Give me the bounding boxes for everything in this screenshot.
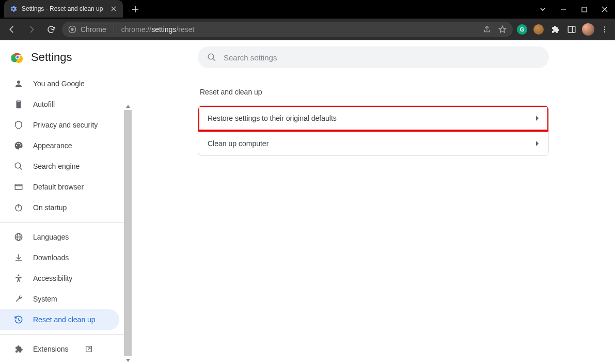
- kebab-menu-icon[interactable]: [597, 22, 612, 37]
- sidebar-item-privacy[interactable]: Privacy and security: [0, 115, 132, 135]
- extensions-puzzle-icon[interactable]: [548, 22, 562, 37]
- search-icon: [207, 53, 216, 62]
- chrome-logo-icon: [11, 51, 24, 64]
- sidebar-item-you-and-google[interactable]: You and Google: [0, 73, 132, 94]
- shield-icon: [13, 120, 24, 130]
- settings-search[interactable]: [198, 46, 549, 68]
- back-button[interactable]: [3, 21, 21, 38]
- sidebar-item-label: Languages: [33, 233, 69, 241]
- svg-point-19: [17, 81, 20, 84]
- cleanup-computer-row[interactable]: Clean up computer: [198, 131, 548, 155]
- sidebar-item-search-engine[interactable]: Search engine: [0, 156, 132, 177]
- tab-title: Settings - Reset and clean up: [22, 5, 105, 12]
- row-label: Clean up computer: [208, 139, 269, 148]
- svg-marker-37: [536, 116, 539, 121]
- clipboard-icon: [13, 100, 24, 109]
- sidebar-item-extensions[interactable]: Extensions: [0, 339, 132, 359]
- chevron-right-icon: [535, 141, 539, 146]
- sidebar-item-label: Downloads: [33, 254, 69, 262]
- svg-point-31: [18, 275, 20, 276]
- sidepanel-icon[interactable]: [564, 22, 579, 37]
- close-window-button[interactable]: [594, 0, 615, 19]
- scroll-up-icon[interactable]: [124, 102, 132, 110]
- omnibox-url: chrome://settings/reset: [121, 25, 195, 34]
- address-bar: Chrome chrome://settings/reset G: [0, 19, 615, 40]
- svg-point-15: [604, 31, 605, 32]
- svg-rect-22: [15, 184, 22, 190]
- svg-point-13: [604, 26, 605, 27]
- sidebar-item-system[interactable]: System: [0, 289, 132, 309]
- sidebar-item-label: System: [33, 295, 57, 303]
- sidebar-item-autofill[interactable]: Autofill: [0, 94, 132, 115]
- chevron-right-icon: [535, 116, 539, 121]
- omnibox-divider: [114, 25, 114, 34]
- sidebar-item-label: Default browser: [33, 183, 84, 191]
- svg-rect-5: [582, 7, 587, 12]
- wrench-icon: [13, 294, 24, 304]
- sidebar-item-languages[interactable]: Languages: [0, 227, 132, 247]
- settings-page: Settings You and Google Autofill Privacy…: [0, 40, 615, 364]
- window-titlebar: Settings - Reset and clean up: [0, 0, 615, 19]
- close-tab-icon[interactable]: [109, 5, 118, 13]
- restore-defaults-row[interactable]: Restore settings to their original defau…: [198, 106, 548, 131]
- sidebar-item-reset[interactable]: Reset and clean up: [0, 309, 119, 330]
- sidebar-item-default-browser[interactable]: Default browser: [0, 177, 132, 197]
- sidebar-item-accessibility[interactable]: Accessibility: [0, 268, 132, 289]
- reset-options-card: Restore settings to their original defau…: [198, 105, 549, 156]
- puzzle-icon: [13, 344, 24, 354]
- chevron-down-icon[interactable]: [532, 0, 553, 19]
- new-tab-button[interactable]: [128, 2, 143, 17]
- svg-point-20: [15, 163, 21, 168]
- share-icon[interactable]: [483, 25, 491, 34]
- extension-grammarly-icon[interactable]: G: [515, 22, 529, 37]
- svg-marker-38: [536, 141, 539, 146]
- svg-marker-34: [126, 359, 130, 362]
- settings-content: Reset and clean up Restore settings to t…: [132, 40, 615, 364]
- profile-avatar[interactable]: [581, 22, 595, 37]
- minimize-button[interactable]: [553, 0, 574, 19]
- settings-sidebar: Settings You and Google Autofill Privacy…: [0, 40, 132, 364]
- sidebar-item-label: Reset and clean up: [33, 315, 96, 324]
- extension-cookie-icon[interactable]: [531, 22, 546, 37]
- sidebar-item-label: You and Google: [33, 80, 85, 88]
- sidebar-item-label: Extensions: [33, 345, 68, 353]
- forward-button[interactable]: [23, 21, 40, 38]
- svg-line-36: [213, 58, 215, 61]
- svg-point-9: [71, 28, 73, 30]
- scrollbar-thumb[interactable]: [124, 110, 132, 356]
- sidebar-item-label: Autofill: [33, 100, 55, 108]
- browser-tab[interactable]: Settings - Reset and clean up: [4, 0, 123, 18]
- globe-icon: [13, 232, 24, 242]
- sidebar-scrollbar[interactable]: [124, 102, 132, 364]
- site-info-icon[interactable]: [68, 25, 76, 34]
- gear-icon: [9, 5, 18, 13]
- sidebar-divider: [0, 222, 132, 223]
- row-label: Restore settings to their original defau…: [208, 114, 337, 122]
- person-icon: [13, 79, 24, 88]
- svg-rect-11: [568, 26, 575, 33]
- scroll-down-icon[interactable]: [124, 356, 132, 364]
- svg-marker-33: [126, 105, 130, 108]
- sidebar-item-label: Search engine: [33, 162, 80, 170]
- reload-button[interactable]: [42, 21, 60, 38]
- sidebar-item-appearance[interactable]: Appearance: [0, 135, 132, 156]
- sidebar-item-downloads[interactable]: Downloads: [0, 247, 132, 268]
- omnibox-context: Chrome: [81, 25, 106, 34]
- search-icon: [13, 162, 24, 171]
- sidebar-item-label: Appearance: [33, 141, 72, 150]
- omnibox[interactable]: Chrome chrome://settings/reset: [62, 22, 513, 37]
- sidebar-item-on-startup[interactable]: On startup: [0, 197, 132, 218]
- settings-search-input[interactable]: [224, 53, 540, 62]
- maximize-button[interactable]: [574, 0, 594, 19]
- svg-line-21: [20, 167, 22, 170]
- palette-icon: [13, 141, 24, 150]
- sidebar-item-label: Privacy and security: [33, 121, 98, 129]
- svg-marker-10: [499, 26, 506, 33]
- download-icon: [13, 253, 24, 262]
- power-icon: [13, 203, 24, 212]
- sidebar-item-label: Accessibility: [33, 274, 72, 282]
- bookmark-icon[interactable]: [498, 25, 507, 34]
- sidebar-divider: [0, 334, 132, 335]
- section-title: Reset and clean up: [200, 88, 549, 96]
- svg-point-35: [208, 54, 214, 59]
